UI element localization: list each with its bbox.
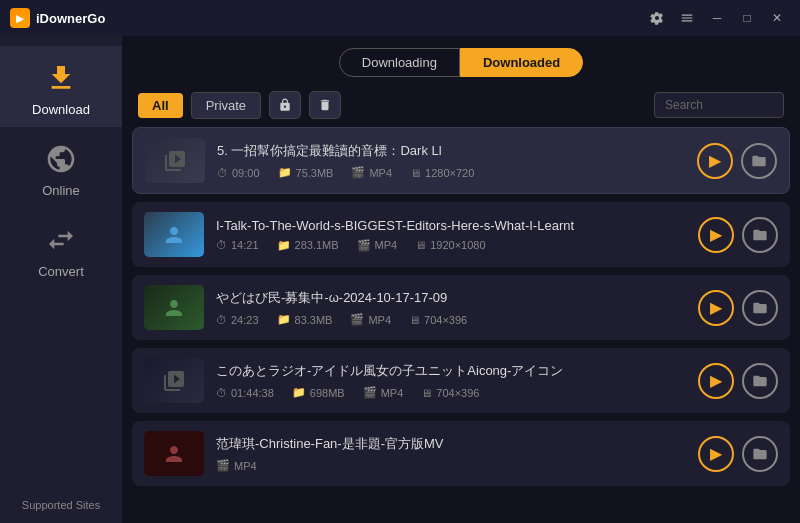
video-resolution: 🖥 1920×1080 xyxy=(415,239,485,252)
play-button[interactable]: ▶ xyxy=(698,290,734,326)
tab-bar: Downloading Downloaded xyxy=(122,36,800,85)
sidebar-label-download: Download xyxy=(32,102,90,117)
video-size: 📁 283.1MB xyxy=(277,239,339,252)
sidebar-label-online: Online xyxy=(42,183,80,198)
folder-button[interactable] xyxy=(742,436,778,472)
video-meta: ⏱ 09:00 📁 75.3MB 🎬 MP4 🖥 xyxy=(217,166,685,179)
video-item: I-Talk-To-The-World-s-BIGGEST-Editors-He… xyxy=(132,202,790,267)
lock-button[interactable] xyxy=(269,91,301,119)
video-meta: ⏱ 14:21 📁 283.1MB 🎬 MP4 🖥 xyxy=(216,239,686,252)
supported-sites-link[interactable]: Supported Sites xyxy=(22,487,100,523)
play-button[interactable]: ▶ xyxy=(697,143,733,179)
video-size: 📁 83.3MB xyxy=(277,313,333,326)
video-thumbnail xyxy=(144,358,204,403)
search-input[interactable] xyxy=(654,92,784,118)
folder-button[interactable] xyxy=(742,290,778,326)
video-format: 🎬 MP4 xyxy=(350,313,391,326)
video-title: 范瑋琪-Christine-Fan-是非題-官方版MV xyxy=(216,435,686,453)
video-size: 📁 698MB xyxy=(292,386,345,399)
video-item: 范瑋琪-Christine-Fan-是非題-官方版MV 🎬 MP4 ▶ xyxy=(132,421,790,486)
video-item: やどはび民-募集中-ω-2024-10-17-17-09 ⏱ 24:23 📁 8… xyxy=(132,275,790,340)
main-layout: Download Online Convert Supported Sites … xyxy=(0,36,800,523)
video-resolution: 🖥 704×396 xyxy=(421,386,479,399)
video-duration: ⏱ 09:00 xyxy=(217,166,260,179)
video-info: 5. 一招幫你搞定最難讀的音標：Dark Ll ⏱ 09:00 📁 75.3MB… xyxy=(217,142,685,179)
minimize-button[interactable]: ─ xyxy=(704,7,730,29)
sidebar: Download Online Convert Supported Sites xyxy=(0,36,122,523)
app-logo: ▶ iDownerGo xyxy=(10,8,644,28)
sidebar-item-online[interactable]: Online xyxy=(0,127,122,208)
app-name: iDownerGo xyxy=(36,11,105,26)
tab-downloaded[interactable]: Downloaded xyxy=(460,48,583,77)
video-title: このあとラジオ-アイドル風女の子ユニットAicong-アイコン xyxy=(216,362,686,380)
video-meta: ⏱ 01:44:38 📁 698MB 🎬 MP4 🖥 xyxy=(216,386,686,399)
filter-all-button[interactable]: All xyxy=(138,93,183,118)
video-list: 5. 一招幫你搞定最難讀的音標：Dark Ll ⏱ 09:00 📁 75.3MB… xyxy=(122,127,800,523)
convert-icon xyxy=(43,222,79,258)
content-area: Downloading Downloaded All Private xyxy=(122,36,800,523)
tab-downloading[interactable]: Downloading xyxy=(339,48,460,77)
play-button[interactable]: ▶ xyxy=(698,436,734,472)
folder-button[interactable] xyxy=(741,143,777,179)
video-thumbnail xyxy=(145,138,205,183)
close-button[interactable]: ✕ xyxy=(764,7,790,29)
video-format: 🎬 MP4 xyxy=(216,459,257,472)
video-item: 5. 一招幫你搞定最難讀的音標：Dark Ll ⏱ 09:00 📁 75.3MB… xyxy=(132,127,790,194)
video-resolution: 🖥 1280×720 xyxy=(410,166,474,179)
sidebar-label-convert: Convert xyxy=(38,264,84,279)
menu-button[interactable] xyxy=(674,7,700,29)
video-info: 范瑋琪-Christine-Fan-是非題-官方版MV 🎬 MP4 xyxy=(216,435,686,472)
video-format: 🎬 MP4 xyxy=(357,239,398,252)
video-actions: ▶ xyxy=(697,143,777,179)
video-resolution: 🖥 704×396 xyxy=(409,313,467,326)
download-icon xyxy=(43,60,79,96)
video-actions: ▶ xyxy=(698,217,778,253)
video-actions: ▶ xyxy=(698,436,778,472)
video-thumbnail xyxy=(144,431,204,476)
app-icon: ▶ xyxy=(10,8,30,28)
title-bar: ▶ iDownerGo ─ □ ✕ xyxy=(0,0,800,36)
maximize-button[interactable]: □ xyxy=(734,7,760,29)
play-button[interactable]: ▶ xyxy=(698,363,734,399)
video-title: やどはび民-募集中-ω-2024-10-17-17-09 xyxy=(216,289,686,307)
video-duration: ⏱ 01:44:38 xyxy=(216,386,274,399)
settings-button[interactable] xyxy=(644,7,670,29)
video-size: 📁 75.3MB xyxy=(278,166,334,179)
video-duration: ⏱ 14:21 xyxy=(216,239,259,252)
video-item: このあとラジオ-アイドル風女の子ユニットAicong-アイコン ⏱ 01:44:… xyxy=(132,348,790,413)
video-meta: ⏱ 24:23 📁 83.3MB 🎬 MP4 🖥 xyxy=(216,313,686,326)
video-title: 5. 一招幫你搞定最難讀的音標：Dark Ll xyxy=(217,142,685,160)
video-thumbnail xyxy=(144,285,204,330)
filter-private-button[interactable]: Private xyxy=(191,92,261,119)
folder-button[interactable] xyxy=(742,363,778,399)
play-button[interactable]: ▶ xyxy=(698,217,734,253)
video-thumbnail xyxy=(144,212,204,257)
video-info: やどはび民-募集中-ω-2024-10-17-17-09 ⏱ 24:23 📁 8… xyxy=(216,289,686,326)
sidebar-item-download[interactable]: Download xyxy=(0,46,122,127)
video-format: 🎬 MP4 xyxy=(363,386,404,399)
video-info: I-Talk-To-The-World-s-BIGGEST-Editors-He… xyxy=(216,218,686,252)
sidebar-item-convert[interactable]: Convert xyxy=(0,208,122,289)
window-controls: ─ □ ✕ xyxy=(644,7,790,29)
toolbar: All Private xyxy=(122,85,800,127)
video-format: 🎬 MP4 xyxy=(351,166,392,179)
video-info: このあとラジオ-アイドル風女の子ユニットAicong-アイコン ⏱ 01:44:… xyxy=(216,362,686,399)
video-actions: ▶ xyxy=(698,363,778,399)
video-meta: 🎬 MP4 xyxy=(216,459,686,472)
video-title: I-Talk-To-The-World-s-BIGGEST-Editors-He… xyxy=(216,218,686,233)
online-icon xyxy=(43,141,79,177)
delete-button[interactable] xyxy=(309,91,341,119)
video-actions: ▶ xyxy=(698,290,778,326)
video-duration: ⏱ 24:23 xyxy=(216,313,259,326)
folder-button[interactable] xyxy=(742,217,778,253)
